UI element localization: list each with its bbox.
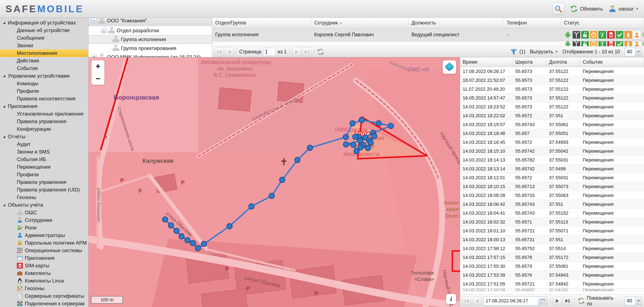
filter-indicator[interactable]: (1) <box>510 48 525 56</box>
org-tree-node[interactable]: Группа проектирования <box>88 44 212 53</box>
sidebar-item[interactable]: Профили <box>0 171 88 178</box>
location-row[interactable]: 14.03.2022 18:23:5255.657337.55122Переме… <box>460 103 644 111</box>
page-number-input[interactable] <box>263 48 276 56</box>
location-row[interactable]: 14.03.2022 17:58:1255.6575237.5514Переме… <box>460 244 644 253</box>
org-tree-node[interactable]: -ООО "Компания" <box>88 18 212 26</box>
track-point[interactable] <box>174 228 179 234</box>
sidebar-item[interactable]: Местоположения <box>0 49 88 57</box>
sidebar-item[interactable]: Операционные системы <box>0 247 88 254</box>
sidebar-item[interactable]: Геозоны <box>0 285 88 292</box>
track-point[interactable] <box>352 134 358 140</box>
loc-page-size-select[interactable]: 40 <box>625 297 642 305</box>
employee-column-header[interactable]: Должность <box>408 18 504 28</box>
sidebar-item[interactable]: Отчёты <box>0 133 88 140</box>
sidebar-item[interactable]: События ИБ <box>0 156 88 163</box>
sidebar-item[interactable]: Действия <box>0 57 88 65</box>
employee-row[interactable]: Группа исполненияКоролев Сергей Павлович… <box>212 28 644 41</box>
location-row[interactable]: 14.03.2022 17:51:5555.6572137.54842Перем… <box>460 279 644 288</box>
sidebar-item[interactable]: Сотрудники <box>0 216 88 224</box>
sidebar-item[interactable]: Объекты учёта <box>0 201 88 209</box>
track-point[interactable] <box>185 237 190 243</box>
location-row[interactable]: 14.03.2022 18:04:4155.6574337.55152Перем… <box>460 209 644 218</box>
sidebar-item[interactable]: Установленные приложения <box>0 110 88 118</box>
location-row[interactable]: 14.03.2022 17:53:3955.657637.54943Переме… <box>460 271 644 279</box>
tree-expander-icon[interactable] <box>3 22 5 24</box>
location-row[interactable]: 14.03.2022 18:06:4255.6574337.551Перемещ… <box>460 200 644 209</box>
track-point[interactable] <box>269 193 274 199</box>
export-button[interactable]: Выгрузить <box>530 49 558 55</box>
sidebar-item[interactable]: Управление устройствами <box>0 72 88 80</box>
sidebar-item[interactable]: Роли <box>0 224 88 231</box>
sidebar-item[interactable]: Правила управления (UID) <box>0 186 88 194</box>
sidebar-item[interactable]: Команды <box>0 80 88 87</box>
location-row[interactable]: 17.08.2022 09:26:1755.657337.55122Переме… <box>460 67 644 76</box>
tree-expander-icon[interactable] <box>3 204 5 206</box>
track-point[interactable] <box>162 217 168 222</box>
location-row[interactable]: 18.07.2022 21:52:0755.657337.55122Переме… <box>460 76 644 85</box>
location-row[interactable]: 14.03.2022 18:12:0155.657237.55031Переме… <box>460 173 644 182</box>
sidebar-item[interactable]: События <box>0 65 88 72</box>
track-point[interactable] <box>368 140 374 145</box>
track-point[interactable] <box>343 134 348 140</box>
location-row[interactable]: 14.03.2022 18:19:5755.6574337.55061Перем… <box>460 120 644 129</box>
sidebar-item[interactable]: Приложения <box>0 254 88 262</box>
sidebar-item[interactable]: Подключения к серверам <box>0 300 88 307</box>
location-row[interactable]: 14.03.2022 18:22:0255.657237.551Перемеще… <box>460 111 644 120</box>
track-point[interactable] <box>358 138 363 143</box>
track-point[interactable] <box>249 204 254 209</box>
sidebar-item[interactable]: Правила управления <box>0 178 88 186</box>
track-point[interactable] <box>195 245 201 251</box>
expand-icon[interactable]: + <box>92 54 97 57</box>
sidebar-item[interactable]: Комплекты Linux <box>0 277 88 285</box>
track-point[interactable] <box>354 148 359 154</box>
loc-first-page-button[interactable] <box>463 297 471 305</box>
org-tree-node[interactable]: +ООО ММК-Информсервис (до 15.02.24) <box>88 53 212 57</box>
calendar-button[interactable] <box>538 296 547 305</box>
location-row[interactable]: 14.03.2022 18:18:4855.65737.55051Перемещ… <box>460 129 644 138</box>
track-point[interactable] <box>294 157 300 163</box>
collapse-icon[interactable]: - <box>101 28 106 33</box>
track-point[interactable] <box>376 121 382 126</box>
track-point[interactable] <box>351 142 356 148</box>
sidebar-item[interactable]: Информация об устройствах <box>0 19 88 27</box>
employee-column-header[interactable]: Отдел/Группа <box>212 18 311 28</box>
sidebar-item[interactable]: Правила несоответствия <box>0 95 88 103</box>
tree-expander-icon[interactable] <box>3 105 5 108</box>
location-row[interactable]: 14.03.2022 17:50:5855.6569237.54742Перем… <box>460 288 644 291</box>
map-canvas[interactable]: Автоматической аппаратурыим. академикаВ.… <box>88 57 460 307</box>
sidebar-item[interactable]: Администраторы <box>0 231 88 239</box>
loc-prev-page-button[interactable] <box>473 297 482 305</box>
location-row[interactable]: 14.03.2022 18:15:1055.6574237.55042Перем… <box>460 147 644 156</box>
locations-column-header[interactable]: Долгота <box>546 57 580 67</box>
zoom-in-button[interactable]: + <box>92 60 104 73</box>
location-row[interactable]: 14.03.2022 18:08:2855.6573337.55063Перем… <box>460 191 644 200</box>
refresh-table-icon[interactable] <box>317 48 324 56</box>
track-point[interactable] <box>227 223 232 229</box>
last-page-button[interactable] <box>303 48 311 56</box>
location-row[interactable]: 16.05.2022 14:57:4755.657337.55122Переме… <box>460 94 644 103</box>
location-row[interactable]: 11.07.2022 20:49:2055.657337.55122Переме… <box>460 85 644 94</box>
map-layers-button[interactable] <box>443 60 456 74</box>
track-point[interactable] <box>307 145 313 151</box>
track-point[interactable] <box>280 177 285 183</box>
location-row[interactable]: 14.03.2022 18:00:1355.6573137.551Перемещ… <box>460 235 644 244</box>
track-point[interactable] <box>190 240 196 246</box>
next-page-button[interactable] <box>292 48 301 56</box>
employee-column-header[interactable]: Статус <box>561 18 644 28</box>
search-button[interactable] <box>552 3 564 15</box>
sidebar-item[interactable]: Конфигурации <box>0 125 88 133</box>
track-point[interactable] <box>179 234 184 239</box>
map-container[interactable]: Автоматической аппаратурыим. академикаВ.… <box>88 57 460 307</box>
page-size-select[interactable]: 40 <box>625 48 642 56</box>
sidebar-item[interactable]: Комплекты <box>0 269 88 277</box>
locations-column-header[interactable]: Широта <box>513 57 546 67</box>
location-row[interactable]: 14.03.2022 18:10:1555.6571337.55073Перем… <box>460 182 644 191</box>
locations-column-header[interactable]: Событие <box>580 57 644 67</box>
employee-column-header[interactable]: Сотрудник▲ <box>311 18 408 28</box>
track-point[interactable] <box>388 123 394 129</box>
loc-next-page-button[interactable] <box>553 297 562 305</box>
sidebar-item[interactable]: SIM-карты <box>0 262 88 269</box>
location-row[interactable]: 14.03.2022 18:02:3255.657137.55113Переме… <box>460 218 644 226</box>
zoom-out-button[interactable]: − <box>92 73 104 85</box>
date-input[interactable]: 17.08.2022 09:26:17 <box>483 296 538 305</box>
